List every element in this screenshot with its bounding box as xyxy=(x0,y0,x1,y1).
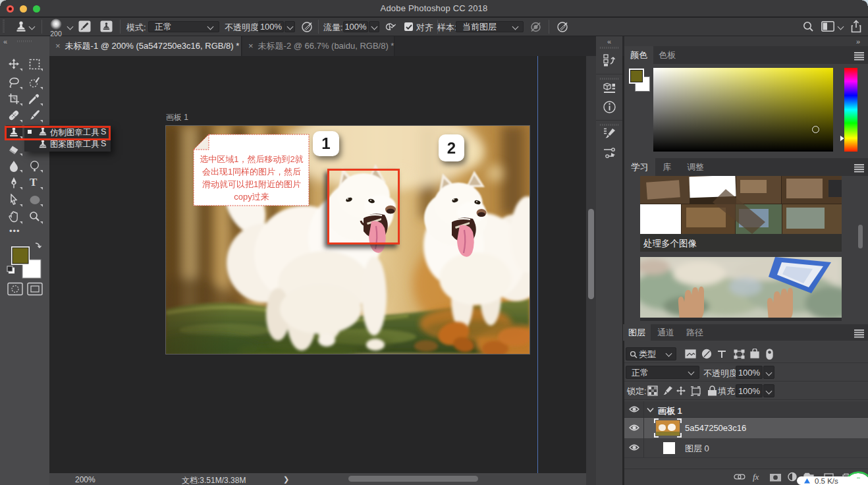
svg-text:0.5 K/s: 0.5 K/s xyxy=(815,477,838,485)
svg-text:fx: fx xyxy=(753,472,759,482)
